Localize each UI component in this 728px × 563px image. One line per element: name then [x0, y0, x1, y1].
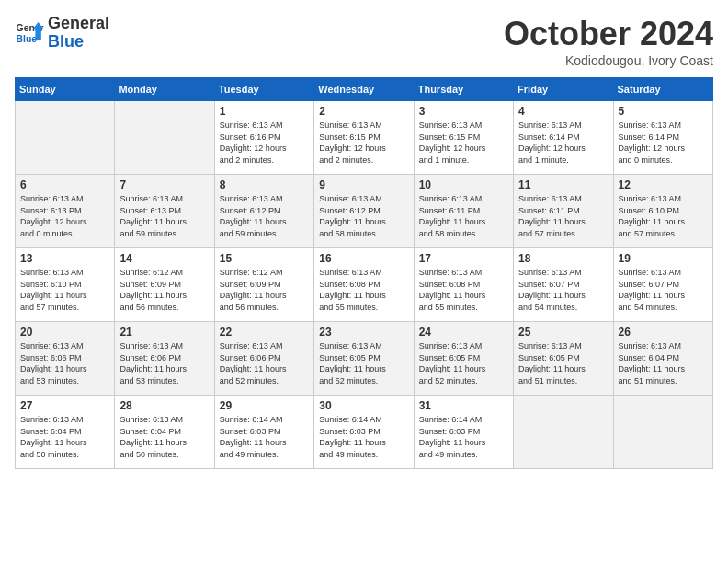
day-number: 28	[119, 399, 209, 412]
calendar-table: SundayMondayTuesdayWednesdayThursdayFrid…	[15, 77, 713, 469]
day-info: Sunrise: 6:14 AM Sunset: 6:03 PM Dayligh…	[319, 414, 408, 460]
logo-icon: General Blue	[15, 18, 44, 48]
day-info: Sunrise: 6:13 AM Sunset: 6:16 PM Dayligh…	[220, 120, 309, 166]
day-info: Sunrise: 6:13 AM Sunset: 6:06 PM Dayligh…	[20, 340, 109, 386]
day-number: 30	[319, 399, 408, 412]
weekday-header: Monday	[115, 78, 214, 101]
calendar-cell: 14Sunrise: 6:12 AM Sunset: 6:09 PM Dayli…	[115, 248, 214, 322]
calendar-cell: 16Sunrise: 6:13 AM Sunset: 6:08 PM Dayli…	[314, 248, 414, 322]
calendar-cell: 28Sunrise: 6:13 AM Sunset: 6:04 PM Dayli…	[115, 396, 214, 469]
day-info: Sunrise: 6:13 AM Sunset: 6:08 PM Dayligh…	[319, 267, 408, 313]
calendar-cell: 2Sunrise: 6:13 AM Sunset: 6:15 PM Daylig…	[314, 101, 414, 175]
logo-text: General Blue	[48, 15, 109, 52]
day-number: 10	[419, 178, 508, 191]
day-info: Sunrise: 6:13 AM Sunset: 6:08 PM Dayligh…	[419, 267, 508, 313]
weekday-header: Saturday	[613, 78, 712, 101]
day-number: 15	[220, 252, 309, 265]
calendar-cell: 11Sunrise: 6:13 AM Sunset: 6:11 PM Dayli…	[514, 175, 613, 248]
calendar-cell: 31Sunrise: 6:14 AM Sunset: 6:03 PM Dayli…	[414, 396, 513, 469]
calendar-cell: 13Sunrise: 6:13 AM Sunset: 6:10 PM Dayli…	[16, 248, 115, 322]
weekday-header: Tuesday	[214, 78, 313, 101]
calendar-cell: 26Sunrise: 6:13 AM Sunset: 6:04 PM Dayli…	[613, 322, 712, 396]
day-number: 2	[319, 105, 408, 118]
day-number: 29	[220, 399, 309, 412]
calendar-cell: 22Sunrise: 6:13 AM Sunset: 6:06 PM Dayli…	[214, 322, 313, 396]
calendar-cell	[514, 396, 613, 469]
day-info: Sunrise: 6:13 AM Sunset: 6:11 PM Dayligh…	[518, 193, 608, 239]
day-number: 24	[419, 326, 508, 339]
day-info: Sunrise: 6:14 AM Sunset: 6:03 PM Dayligh…	[220, 414, 309, 460]
day-number: 21	[119, 326, 209, 339]
weekday-header: Sunday	[16, 78, 115, 101]
calendar-cell	[115, 101, 214, 175]
day-info: Sunrise: 6:12 AM Sunset: 6:09 PM Dayligh…	[119, 267, 209, 313]
calendar-cell: 1Sunrise: 6:13 AM Sunset: 6:16 PM Daylig…	[214, 101, 313, 175]
day-info: Sunrise: 6:13 AM Sunset: 6:05 PM Dayligh…	[319, 340, 408, 386]
day-info: Sunrise: 6:13 AM Sunset: 6:13 PM Dayligh…	[119, 193, 209, 239]
calendar-cell: 8Sunrise: 6:13 AM Sunset: 6:12 PM Daylig…	[214, 175, 313, 248]
day-number: 25	[518, 326, 608, 339]
day-info: Sunrise: 6:13 AM Sunset: 6:05 PM Dayligh…	[518, 340, 608, 386]
day-number: 11	[518, 178, 608, 191]
day-info: Sunrise: 6:13 AM Sunset: 6:11 PM Dayligh…	[419, 193, 508, 239]
day-info: Sunrise: 6:13 AM Sunset: 6:14 PM Dayligh…	[518, 120, 608, 166]
day-number: 27	[20, 399, 109, 412]
day-info: Sunrise: 6:14 AM Sunset: 6:03 PM Dayligh…	[419, 414, 508, 460]
logo: General Blue General Blue	[15, 15, 109, 52]
day-info: Sunrise: 6:12 AM Sunset: 6:09 PM Dayligh…	[220, 267, 309, 313]
day-number: 8	[220, 178, 309, 191]
day-info: Sunrise: 6:13 AM Sunset: 6:07 PM Dayligh…	[518, 267, 608, 313]
calendar-week-row: 13Sunrise: 6:13 AM Sunset: 6:10 PM Dayli…	[16, 248, 713, 322]
day-info: Sunrise: 6:13 AM Sunset: 6:12 PM Dayligh…	[319, 193, 408, 239]
weekday-header: Wednesday	[314, 78, 414, 101]
calendar-cell: 25Sunrise: 6:13 AM Sunset: 6:05 PM Dayli…	[514, 322, 613, 396]
calendar-week-row: 27Sunrise: 6:13 AM Sunset: 6:04 PM Dayli…	[16, 396, 713, 469]
day-number: 3	[419, 105, 508, 118]
day-number: 4	[518, 105, 608, 118]
calendar-week-row: 6Sunrise: 6:13 AM Sunset: 6:13 PM Daylig…	[16, 175, 713, 248]
header: General Blue General Blue October 2024 K…	[15, 15, 713, 68]
calendar-cell: 6Sunrise: 6:13 AM Sunset: 6:13 PM Daylig…	[16, 175, 115, 248]
day-info: Sunrise: 6:13 AM Sunset: 6:12 PM Dayligh…	[220, 193, 309, 239]
day-number: 9	[319, 178, 408, 191]
day-number: 31	[419, 399, 508, 412]
day-number: 14	[119, 252, 209, 265]
day-info: Sunrise: 6:13 AM Sunset: 6:14 PM Dayligh…	[619, 120, 708, 166]
calendar-cell	[16, 101, 115, 175]
day-number: 20	[20, 326, 109, 339]
month-title: October 2024	[504, 15, 713, 53]
svg-text:Blue: Blue	[17, 33, 38, 43]
calendar-cell: 21Sunrise: 6:13 AM Sunset: 6:06 PM Dayli…	[115, 322, 214, 396]
calendar-cell: 27Sunrise: 6:13 AM Sunset: 6:04 PM Dayli…	[16, 396, 115, 469]
weekday-header: Friday	[514, 78, 613, 101]
day-number: 22	[220, 326, 309, 339]
calendar-cell: 20Sunrise: 6:13 AM Sunset: 6:06 PM Dayli…	[16, 322, 115, 396]
day-number: 7	[119, 178, 209, 191]
day-info: Sunrise: 6:13 AM Sunset: 6:04 PM Dayligh…	[20, 414, 109, 460]
calendar-cell: 7Sunrise: 6:13 AM Sunset: 6:13 PM Daylig…	[115, 175, 214, 248]
day-info: Sunrise: 6:13 AM Sunset: 6:04 PM Dayligh…	[119, 414, 209, 460]
day-number: 13	[20, 252, 109, 265]
title-area: October 2024 Kodiodougou, Ivory Coast	[504, 15, 713, 68]
day-number: 16	[319, 252, 408, 265]
calendar-cell: 29Sunrise: 6:14 AM Sunset: 6:03 PM Dayli…	[214, 396, 313, 469]
header-row: SundayMondayTuesdayWednesdayThursdayFrid…	[16, 78, 713, 101]
day-info: Sunrise: 6:13 AM Sunset: 6:10 PM Dayligh…	[619, 193, 708, 239]
day-info: Sunrise: 6:13 AM Sunset: 6:15 PM Dayligh…	[419, 120, 508, 166]
day-number: 26	[619, 326, 708, 339]
weekday-header: Thursday	[414, 78, 513, 101]
day-info: Sunrise: 6:13 AM Sunset: 6:13 PM Dayligh…	[20, 193, 109, 239]
calendar-body: 1Sunrise: 6:13 AM Sunset: 6:16 PM Daylig…	[16, 101, 713, 469]
day-info: Sunrise: 6:13 AM Sunset: 6:07 PM Dayligh…	[619, 267, 708, 313]
day-number: 18	[518, 252, 608, 265]
day-number: 19	[619, 252, 708, 265]
calendar-cell: 5Sunrise: 6:13 AM Sunset: 6:14 PM Daylig…	[613, 101, 712, 175]
location: Kodiodougou, Ivory Coast	[504, 53, 713, 68]
calendar-cell: 9Sunrise: 6:13 AM Sunset: 6:12 PM Daylig…	[314, 175, 414, 248]
calendar-header: SundayMondayTuesdayWednesdayThursdayFrid…	[16, 78, 713, 101]
day-number: 6	[20, 178, 109, 191]
calendar-cell: 19Sunrise: 6:13 AM Sunset: 6:07 PM Dayli…	[613, 248, 712, 322]
calendar-cell: 23Sunrise: 6:13 AM Sunset: 6:05 PM Dayli…	[314, 322, 414, 396]
calendar-cell: 12Sunrise: 6:13 AM Sunset: 6:10 PM Dayli…	[613, 175, 712, 248]
calendar-cell: 3Sunrise: 6:13 AM Sunset: 6:15 PM Daylig…	[414, 101, 513, 175]
